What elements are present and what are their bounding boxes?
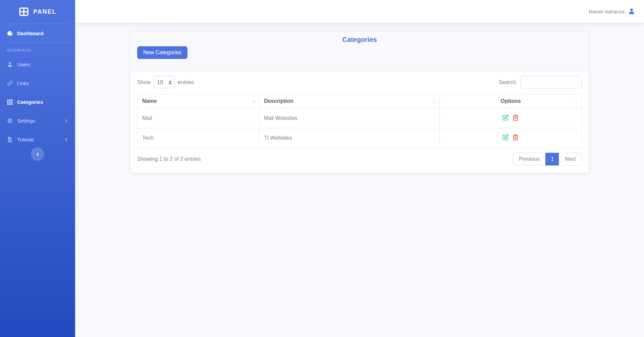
categories-table: Name ↑↓ Description ↑↓ Options ↑↓: [137, 94, 582, 148]
entries-select[interactable]: 10: [154, 76, 175, 88]
pagination-page-1[interactable]: 1: [545, 153, 559, 165]
entries-select-value: 10: [157, 79, 163, 85]
card-body: Show 10 entries Search:: [130, 71, 589, 173]
search-control: Search:: [499, 76, 582, 88]
username: Roiner Adrianza: [589, 9, 625, 14]
gear-icon: [7, 118, 13, 124]
chevron-right-icon: [64, 119, 68, 123]
pagination-previous[interactable]: Previous: [513, 153, 546, 165]
sidebar-item-label: Tutorial: [17, 137, 34, 142]
datatable-footer: Showing 1 to 2 of 2 entries Previous 1 N…: [137, 153, 582, 165]
row-actions: [502, 134, 519, 141]
grid-icon: [7, 99, 13, 105]
sidebar-item-label: Dashboard: [17, 30, 43, 36]
pagination: Previous 1 Next: [513, 153, 582, 165]
sort-icon: ↑↓: [575, 99, 578, 104]
search-label: Search:: [499, 79, 517, 85]
sidebar-item-tutorial[interactable]: Tutorial: [0, 130, 75, 149]
sidebar-item-label: Settings: [17, 118, 35, 124]
sidebar-item-label: Users: [17, 62, 30, 67]
tachometer-icon: [7, 30, 13, 37]
sort-icon: ↑↓: [433, 99, 436, 104]
cell-description: TI Websites: [259, 128, 440, 148]
card-header: Categories New Categories: [130, 31, 589, 71]
cell-options: [439, 109, 582, 128]
row-actions: [502, 114, 519, 121]
sidebar-item-links[interactable]: Links: [0, 74, 75, 92]
cell-name: Mail: [138, 109, 259, 128]
column-header-description[interactable]: Description ↑↓: [259, 94, 440, 109]
table-row: Tech TI Websites: [138, 128, 582, 148]
delete-icon[interactable]: [512, 114, 519, 121]
pagination-next[interactable]: Next: [559, 153, 582, 165]
topbar: Roiner Adrianza: [75, 0, 644, 23]
sidebar-item-label: Links: [17, 80, 29, 86]
user-avatar-icon: [628, 8, 635, 15]
file-icon: [7, 136, 13, 143]
table-info: Showing 1 to 2 of 2 entries: [137, 156, 201, 162]
user-menu[interactable]: Roiner Adrianza: [589, 8, 635, 15]
cell-description: Mail Websites: [259, 109, 440, 128]
show-label: Show: [137, 79, 151, 85]
cell-name: Tech: [138, 128, 259, 148]
new-categories-button[interactable]: New Categories: [137, 46, 187, 59]
datatable-controls: Show 10 entries Search:: [137, 76, 582, 88]
cell-options: [439, 128, 582, 148]
page-length-control: Show 10 entries: [137, 76, 194, 88]
sidebar-section-heading: INTERFACE: [7, 48, 68, 52]
entries-label: entries: [178, 79, 194, 85]
link-icon: [7, 80, 13, 86]
sidebar: PANEL Dashboard INTERFACE: [0, 0, 75, 337]
categories-card: Categories New Categories Show 10 entrie…: [130, 31, 589, 173]
user-icon: [7, 61, 13, 68]
sort-icon: ↑↓: [252, 99, 255, 104]
sidebar-item-users[interactable]: Users: [0, 55, 75, 74]
sidebar-divider: [5, 43, 70, 43]
brand-title: PANEL: [33, 8, 57, 15]
sidebar-item-label: Categories: [17, 99, 43, 105]
content: Categories New Categories Show 10 entrie…: [75, 23, 644, 337]
main-area: Roiner Adrianza Categories New Categorie…: [75, 0, 644, 337]
sidebar-item-dashboard[interactable]: Dashboard: [0, 24, 75, 43]
page-title: Categories: [137, 36, 582, 44]
chevron-right-icon: [64, 137, 68, 142]
edit-icon[interactable]: [502, 114, 509, 121]
column-header-options[interactable]: Options ↑↓: [439, 94, 582, 109]
table-row: Mail Mail Websites: [138, 109, 582, 128]
sidebar-item-settings[interactable]: Settings: [0, 111, 75, 130]
column-header-name[interactable]: Name ↑↓: [138, 94, 259, 109]
brand-grid-icon: [18, 6, 29, 17]
app-window: PANEL Dashboard INTERFACE: [0, 0, 644, 337]
sidebar-collapse-button[interactable]: [31, 147, 44, 161]
search-input[interactable]: [520, 76, 582, 88]
chevron-left-icon: [35, 152, 40, 157]
sidebar-item-categories[interactable]: Categories: [0, 92, 75, 111]
table-header-row: Name ↑↓ Description ↑↓ Options ↑↓: [138, 94, 582, 109]
delete-icon[interactable]: [512, 134, 519, 141]
brand[interactable]: PANEL: [0, 0, 75, 23]
edit-icon[interactable]: [502, 134, 509, 141]
select-arrows-icon: [169, 80, 171, 84]
